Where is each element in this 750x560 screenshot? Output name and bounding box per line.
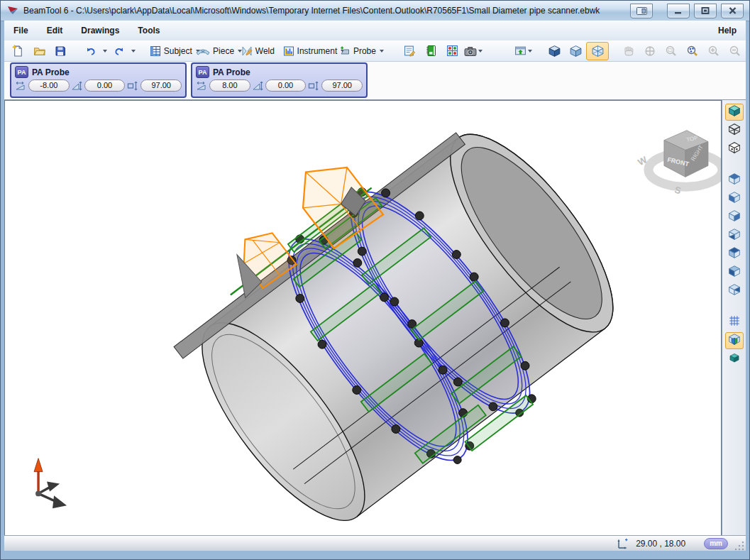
probe-button[interactable]: Probe [346, 43, 379, 60]
open-file-button[interactable] [28, 43, 50, 60]
pan-hand-icon [622, 45, 635, 57]
new-file-icon [12, 45, 24, 57]
zoom-extents-button[interactable] [639, 43, 661, 60]
workspace-layout-button[interactable] [442, 43, 463, 60]
menu-drawings[interactable]: Drawings [72, 21, 128, 40]
close-button[interactable] [721, 4, 744, 18]
section-view-button[interactable] [725, 332, 744, 349]
status-bar: 29.00 , 18.00 mm [4, 535, 746, 551]
skew-angle-icon [72, 80, 82, 92]
solid-model-button[interactable] [725, 351, 744, 368]
pa-badge: PA [196, 66, 209, 78]
undo-icon [85, 45, 96, 57]
probe2-position-field[interactable]: 97.00 [321, 79, 363, 92]
shaded-cube-icon [728, 104, 741, 120]
layout-window-button[interactable] [630, 4, 653, 18]
pa-badge: PA [15, 66, 28, 78]
title-bar[interactable]: BeamTool 6 - C:\Users\pclark\AppData\Loc… [1, 1, 749, 21]
instrument-label: Instrument [297, 46, 338, 56]
zoom-extents-icon [644, 45, 656, 57]
cursor-coordinates: 29.00 , 18.00 [636, 539, 685, 549]
pipe-assembly [136, 101, 652, 535]
drawing-notes-button[interactable] [399, 43, 421, 60]
grid-toggle-button[interactable] [725, 314, 744, 331]
probe2-index-offset-field[interactable]: 8.00 [209, 79, 250, 92]
view-left-button[interactable] [725, 209, 744, 226]
piece-label: Piece [213, 46, 234, 56]
3d-viewport[interactable]: W S E TOP FRONT RIGHT [4, 100, 722, 536]
subject-button[interactable]: Subject [157, 43, 194, 60]
section-cube-shield-icon [728, 333, 741, 348]
probe-panel-1[interactable]: PA PA Probe -8.00 0.00 97.00 [10, 62, 187, 98]
probe-panel-2[interactable]: PA PA Probe 8.00 0.00 97.00 [191, 62, 368, 98]
teal-cube-icon [729, 352, 740, 366]
weld-button[interactable]: Weld [246, 43, 272, 60]
main-toolbar: Subject Piece Weld Instrument Probe [4, 40, 746, 62]
layout-grid-icon [446, 45, 458, 57]
piece-button[interactable]: Piece [203, 43, 237, 60]
probe1-position-field[interactable]: 97.00 [140, 79, 182, 92]
window-title: BeamTool 6 - C:\Users\pclark\AppData\Loc… [23, 6, 630, 16]
wireframe-view-button[interactable] [725, 122, 744, 139]
zoom-out-button[interactable] [724, 43, 746, 60]
shaded-view-button[interactable] [725, 104, 744, 121]
render-translucent-button[interactable] [565, 43, 586, 60]
new-file-button[interactable] [7, 43, 28, 60]
zoom-selected-icon [686, 45, 699, 57]
probe-dropdown-caret-icon[interactable] [380, 50, 384, 53]
view-side-toolbar [722, 100, 746, 536]
pipe-scanner-scene: W S E TOP FRONT RIGHT [5, 101, 721, 535]
isometric-view-cube-icon [728, 283, 741, 299]
menu-edit[interactable]: Edit [38, 21, 72, 40]
instrument-button[interactable]: Instrument [292, 43, 336, 60]
element-height-icon [127, 80, 138, 92]
techniques-notebook-button[interactable] [421, 43, 442, 60]
zoom-selected-button[interactable] [682, 43, 703, 60]
redo-dropdown-caret-icon[interactable] [131, 50, 136, 53]
view-front-button[interactable] [725, 190, 744, 207]
redo-button[interactable] [109, 43, 130, 60]
view-bottom-button[interactable] [725, 227, 744, 244]
undo-dropdown-caret-icon[interactable] [103, 50, 107, 53]
view-right-button[interactable] [725, 264, 744, 281]
skew-angle-icon [253, 80, 263, 92]
snapshot-dropdown-caret-icon[interactable] [478, 50, 482, 53]
resize-grip[interactable] [735, 542, 744, 551]
wireframe-cube-icon [591, 44, 605, 57]
main-area: W S E TOP FRONT RIGHT [4, 100, 746, 536]
weld-label: Weld [255, 46, 275, 56]
probe1-skew-field[interactable]: 0.00 [84, 79, 126, 92]
snapshot-button[interactable] [463, 43, 485, 60]
view-top-button[interactable] [725, 172, 744, 189]
probe1-index-offset-field[interactable]: -8.00 [28, 79, 70, 92]
hidden-line-view-button[interactable] [725, 141, 744, 158]
notes-icon [404, 45, 416, 57]
redo-icon [114, 45, 125, 57]
coordinate-axes-icon [616, 537, 629, 550]
render-solid-button[interactable] [544, 43, 565, 60]
zoom-in-icon [707, 45, 720, 57]
menu-file[interactable]: File [4, 21, 38, 40]
panels-dropdown-caret-icon[interactable] [528, 50, 532, 53]
zoom-in-button[interactable] [703, 43, 724, 60]
zoom-window-button[interactable] [661, 43, 682, 60]
translucent-cube-icon [569, 44, 583, 57]
probe2-skew-field[interactable]: 0.00 [265, 79, 307, 92]
grid-icon [728, 314, 741, 330]
units-badge[interactable]: mm [704, 538, 728, 549]
element-height-icon [308, 80, 319, 92]
pan-tool-button[interactable] [618, 43, 639, 60]
minimize-button[interactable] [667, 4, 690, 18]
menu-tools[interactable]: Tools [128, 21, 169, 40]
view-cube[interactable]: W S E TOP FRONT RIGHT [636, 131, 721, 196]
view-isometric-button[interactable] [725, 282, 744, 300]
menu-help[interactable]: Help [709, 21, 746, 40]
render-wireframe-button[interactable] [586, 42, 609, 60]
bottom-view-cube-icon [728, 228, 741, 243]
panels-toggle-button[interactable] [514, 43, 535, 60]
save-button[interactable] [50, 43, 71, 60]
undo-button[interactable] [80, 43, 101, 60]
probe-panels-row: PA PA Probe -8.00 0.00 97.00 PA PA Probe… [4, 62, 746, 100]
maximize-button[interactable] [694, 4, 717, 18]
view-back-button[interactable] [725, 246, 744, 263]
